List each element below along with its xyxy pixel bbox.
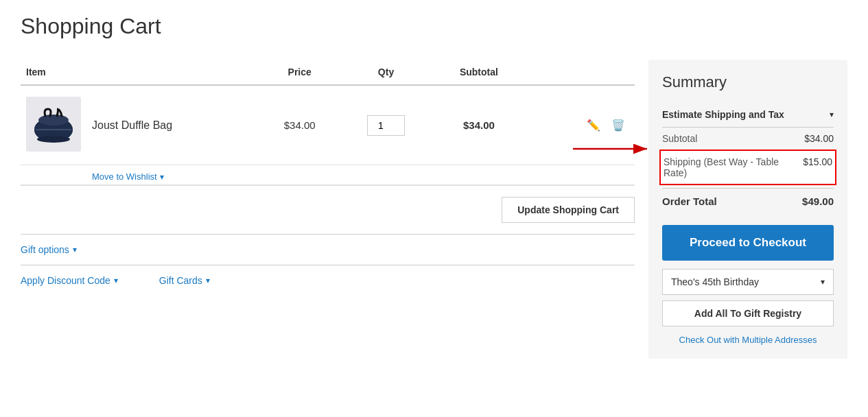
proceed-to-checkout-button[interactable]: Proceed to Checkout xyxy=(662,225,834,261)
summary-section: Summary Estimate Shipping and Tax ▾ Subt… xyxy=(648,60,847,359)
price-cell: $34.00 xyxy=(259,85,340,165)
edit-item-button[interactable]: ✏️ xyxy=(583,116,605,134)
registry-dropdown[interactable]: Theo's 45th Birthday ▾ xyxy=(662,269,834,295)
subtotal-value: $34.00 xyxy=(804,133,834,144)
bottom-row: Apply Discount Code ▾ Gift Cards ▾ xyxy=(21,265,635,296)
multi-address-link[interactable]: Check Out with Multiple Addresses xyxy=(662,335,834,345)
cart-table: Item Price Qty Subtotal xyxy=(21,60,635,185)
discount-chevron: ▾ xyxy=(114,276,118,285)
wishlist-row: Move to Wishlist ▾ xyxy=(21,165,635,185)
gift-options-chevron: ▾ xyxy=(73,245,77,254)
subtotal-row: Subtotal $34.00 xyxy=(662,128,834,150)
apply-discount-link[interactable]: Apply Discount Code ▾ xyxy=(21,275,118,286)
product-name: Joust Duffle Bag xyxy=(92,119,172,131)
svg-point-5 xyxy=(37,136,70,143)
table-row: Joust Duffle Bag $34.00 $34.00 ✏️ 🗑️ xyxy=(21,85,635,165)
estimate-shipping-label: Estimate Shipping and Tax xyxy=(662,109,784,120)
delete-item-button[interactable]: 🗑️ xyxy=(607,116,629,134)
svg-point-3 xyxy=(38,115,69,126)
item-col-header: Item xyxy=(21,60,259,85)
cart-actions: Update Shopping Cart xyxy=(21,185,635,234)
subtotal-label: Subtotal xyxy=(662,133,697,144)
price-col-header: Price xyxy=(259,60,340,85)
update-cart-button[interactable]: Update Shopping Cart xyxy=(502,197,635,223)
cart-section: Item Price Qty Subtotal xyxy=(21,60,635,296)
qty-col-header: Qty xyxy=(340,60,432,85)
estimate-shipping-toggle[interactable]: Estimate Shipping and Tax ▾ xyxy=(662,102,834,128)
move-to-wishlist-link[interactable]: Move to Wishlist ▾ xyxy=(92,171,164,182)
estimate-shipping-chevron: ▾ xyxy=(830,110,834,119)
product-name-cell: Joust Duffle Bag xyxy=(86,85,259,165)
shipping-label: Shipping (Best Way - Table Rate) xyxy=(664,156,803,178)
registry-dropdown-chevron: ▾ xyxy=(821,277,825,287)
order-total-label: Order Total xyxy=(662,195,717,207)
subtotal-col-header: Subtotal xyxy=(432,60,526,85)
registry-option-label: Theo's 45th Birthday xyxy=(671,276,759,287)
gift-options-row: Gift options ▾ xyxy=(21,234,635,265)
summary-title: Summary xyxy=(662,73,834,91)
shipping-row: Shipping (Best Way - Table Rate) $15.00 xyxy=(659,150,836,185)
wishlist-chevron: ▾ xyxy=(160,172,164,182)
gift-options-link[interactable]: Gift options ▾ xyxy=(21,244,77,255)
page-title: Shopping Cart xyxy=(21,14,847,39)
qty-input[interactable] xyxy=(367,115,405,136)
subtotal-cell: $34.00 xyxy=(432,85,526,165)
gift-cards-link[interactable]: Gift Cards ▾ xyxy=(159,275,210,286)
order-total-value: $49.00 xyxy=(802,195,834,207)
product-image-cell xyxy=(21,85,86,165)
add-to-gift-registry-button[interactable]: Add All To Gift Registry xyxy=(662,300,834,326)
qty-cell xyxy=(340,85,432,165)
order-total-row: Order Total $49.00 xyxy=(662,188,834,214)
shipping-value: $15.00 xyxy=(803,156,832,178)
gift-cards-chevron: ▾ xyxy=(206,276,210,285)
product-image xyxy=(26,97,81,152)
